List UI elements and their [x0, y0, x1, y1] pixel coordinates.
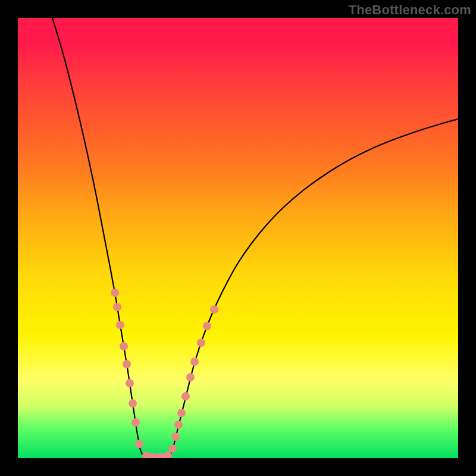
watermark-text: TheBottleneck.com — [349, 2, 471, 18]
plot-area — [18, 18, 458, 458]
marker-dot — [190, 358, 199, 366]
marker-dot — [210, 305, 218, 314]
marker-dot — [123, 360, 131, 368]
marker-dot — [186, 373, 195, 381]
marker-dot — [142, 452, 151, 458]
marker-dot — [111, 289, 119, 297]
marker-dot — [164, 452, 172, 458]
marker-dot — [113, 303, 121, 311]
marker-dot — [197, 339, 205, 347]
marker-dot — [129, 399, 137, 408]
marker-dot — [135, 440, 143, 448]
marker-dot — [126, 379, 134, 387]
curve-svg — [18, 18, 458, 458]
marker-dot — [116, 321, 124, 329]
curve-right — [170, 119, 458, 455]
marker-dot — [156, 453, 165, 458]
marker-dot — [203, 322, 211, 330]
marker-dot — [131, 418, 140, 427]
curve-left — [51, 18, 143, 455]
chart-frame: TheBottleneck.com — [0, 0, 476, 476]
marker-dot — [168, 444, 177, 453]
markers-group — [111, 289, 218, 458]
marker-dot — [120, 342, 128, 350]
marker-dot — [149, 453, 158, 458]
marker-dot — [174, 421, 183, 429]
marker-dot — [171, 433, 180, 441]
marker-dot — [181, 392, 190, 400]
marker-dot — [177, 409, 186, 417]
